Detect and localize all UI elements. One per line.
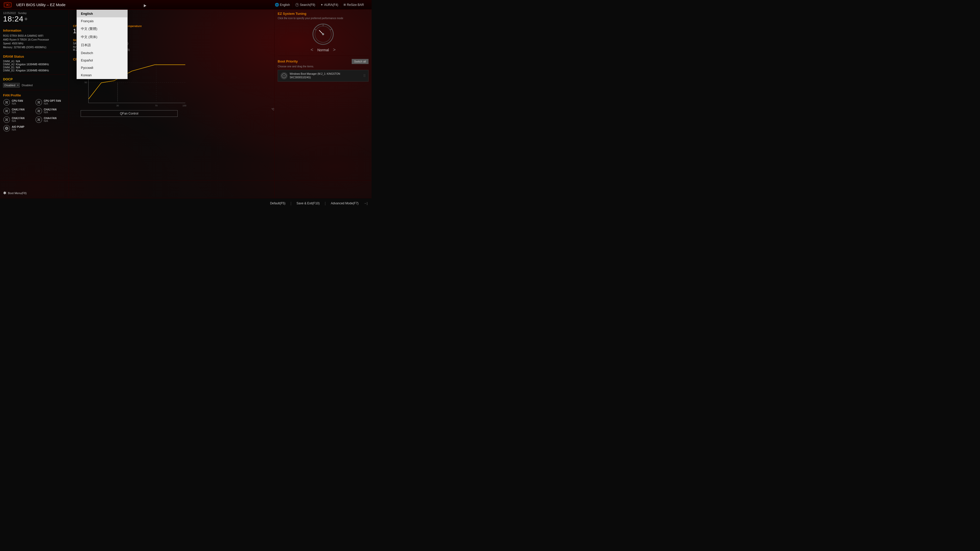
cpu-fan-item: CPU FAN N/A (3, 99, 34, 106)
cha1-fan-icon (3, 107, 10, 114)
aura-label: AURA(F4) (324, 3, 338, 6)
datetime-block: 12/25/2022 Sunday 18:24 ⚙ (3, 12, 65, 23)
lang-item-english[interactable]: English (77, 10, 127, 17)
x-30-label: 30 (116, 104, 119, 107)
date-display: 12/25/2022 Sunday (3, 12, 65, 14)
svg-line-30 (330, 29, 331, 30)
cpu-fan-rpm: N/A (12, 102, 23, 105)
language-dropdown[interactable]: English Français 中文 (繁體) 中文 (简体) 日本語 Deu… (76, 10, 127, 79)
docp-row: Disabled Profile 1 Profile 2 Disabled (3, 83, 65, 87)
cha1-fan-name: CHA1 FAN (12, 108, 24, 111)
cha4-fan-item: CHA4 FAN N/A (35, 116, 66, 123)
fan-profile-title: FAN Profile (3, 94, 65, 97)
clock-settings-icon[interactable]: ⚙ (24, 17, 27, 21)
lang-item-french[interactable]: Français (77, 17, 127, 25)
dram-title: DRAM Status (3, 55, 65, 59)
aura-icon: ✦ (321, 3, 323, 6)
divider-2 (3, 52, 65, 52)
cha3-fan-rpm: N/A (12, 120, 24, 122)
boot-item-windows-text: Windows Boot Manager (M.2_1: KINGSTON SK… (290, 72, 361, 79)
ez-tuning-section: EZ System Tuning Click the icon to speci… (278, 12, 369, 52)
speed-prev-arrow[interactable]: < (310, 47, 313, 52)
lang-item-russian[interactable]: Русский (77, 64, 127, 71)
default-button[interactable]: Default(F5) (270, 202, 285, 205)
x-70-label: 70 (155, 104, 158, 107)
speedometer-area: < Normal > (278, 23, 369, 52)
boot-menu-label: Boot Menu(F8) (8, 192, 27, 195)
header-nav: 🌐 English ? Search(F9) ✦ AURA(F4) ⊞ ReSi… (270, 1, 369, 8)
cha3-fan-icon (3, 116, 10, 123)
information-section: Information ROG STRIX B650-A GAMING WIFI… (3, 29, 65, 49)
time-display: 18:24 (3, 14, 24, 23)
lang-item-german[interactable]: Deutsch (77, 49, 127, 57)
y-50-label: 50 (84, 81, 87, 84)
dimm-b1-row: DIMM_B1: N/A (3, 66, 65, 69)
divider-right-2 (0, 180, 372, 181)
speed-next-arrow[interactable]: > (333, 47, 336, 52)
language-nav-item[interactable]: 🌐 English (272, 1, 293, 8)
disk-icon (282, 73, 286, 78)
cpu-opt-fan-icon (35, 99, 42, 106)
docp-section: DOCP Disabled Profile 1 Profile 2 Disabl… (3, 77, 65, 87)
switch-all-button[interactable]: Switch all (352, 59, 369, 64)
lang-item-korean[interactable]: Korean (77, 71, 127, 79)
lang-item-japanese[interactable]: 日本語 (77, 41, 127, 49)
divider-3 (3, 75, 65, 75)
docp-select[interactable]: Disabled Profile 1 Profile 2 (3, 83, 20, 87)
cha1-fan-item: CHA1 FAN N/A (3, 107, 34, 114)
header-bar: UEFI BIOS Utility – EZ Mode 🌐 English ? … (0, 0, 372, 10)
docp-current-value: Disabled (22, 84, 33, 87)
svg-point-7 (7, 4, 8, 5)
boot-menu-button[interactable]: ✱ Boot Menu(F8) (3, 191, 27, 195)
dram-section: DRAM Status DIMM_A1: N/A DIMM_A2: Kingst… (3, 55, 65, 72)
fan-grid: CPU FAN N/A CPU OPT FAN (3, 99, 65, 123)
ez-tuning-desc: Click the icon to specify your preferred… (278, 17, 369, 20)
language-label: English (280, 3, 290, 6)
rog-logo-area: UEFI BIOS Utility – EZ Mode (3, 1, 65, 8)
boot-item-windows-icon (280, 72, 288, 79)
aio-pump-icon (3, 125, 10, 132)
chart-x-label: °C (272, 108, 274, 111)
cpu-fan-icon (3, 99, 10, 106)
left-panel: 12/25/2022 Sunday 18:24 ⚙ Information RO… (0, 10, 69, 198)
resize-icon: ⊞ (344, 3, 346, 6)
lang-item-chinese-trad[interactable]: 中文 (繁體) (77, 25, 127, 33)
app-title: UEFI BIOS Utility – EZ Mode (16, 3, 65, 7)
svg-point-22 (6, 128, 7, 129)
cha3-fan-item: CHA3 FAN N/A (3, 116, 34, 123)
bottom-bar: Default(F5) | Save & Exit(F10) | Advance… (0, 198, 372, 208)
lang-item-chinese-simp[interactable]: 中文 (简体) (77, 33, 127, 41)
ez-tuning-title: EZ System Tuning (278, 12, 369, 16)
aio-pump-rpm: N/A (12, 128, 24, 131)
pipe-icon: →| (364, 202, 368, 205)
docp-select-wrapper[interactable]: Disabled Profile 1 Profile 2 (3, 83, 20, 87)
boot-priority-title: Boot Priority (278, 59, 298, 63)
advanced-mode-button[interactable]: Advanced Mode(F7) (331, 202, 359, 205)
cha2-fan-icon (35, 107, 42, 114)
speedometer-icon[interactable] (312, 23, 334, 46)
svg-point-33 (322, 33, 324, 35)
cha2-fan-name: CHA2 FAN (44, 108, 57, 111)
lang-item-spanish[interactable]: Español (77, 57, 127, 64)
boot-priority-desc: Choose one and drag the items. (278, 65, 369, 68)
motherboard-info: ROG STRIX B650-A GAMING WIFI AMD Ryzen 9… (3, 34, 65, 49)
dimm-a1-row: DIMM_A1: N/A (3, 60, 65, 63)
docp-title: DOCP (3, 77, 65, 81)
svg-point-36 (284, 76, 284, 76)
boot-priority-section: Boot Priority Switch all Choose one and … (278, 59, 369, 82)
cha4-fan-name: CHA4 FAN (44, 117, 57, 120)
speed-nav: < Normal > (310, 47, 336, 52)
asterisk-icon: ✱ (3, 191, 6, 195)
boot-item-windows[interactable]: Windows Boot Manager (M.2_1: KINGSTON SK… (278, 70, 369, 82)
aio-pump-name: AIO PUMP (12, 125, 24, 128)
resize-bar-nav-item[interactable]: ⊞ ReSize BAR (341, 2, 366, 8)
dimm-a2-row: DIMM_A2: Kingston 16384MB 4800MHz (3, 63, 65, 66)
cha4-fan-rpm: N/A (44, 120, 57, 122)
aura-nav-item[interactable]: ✦ AURA(F4) (318, 2, 341, 8)
qfan-control-button[interactable]: QFan Control (81, 110, 178, 117)
search-nav-item[interactable]: ? Search(F9) (293, 2, 318, 8)
aio-pump-item: AIO PUMP N/A (3, 125, 65, 132)
drag-handle-icon: ⠿ (363, 74, 366, 78)
fan-profile-section: FAN Profile CPU FAN N/A (3, 94, 65, 132)
save-exit-button[interactable]: Save & Exit(F10) (297, 202, 320, 205)
